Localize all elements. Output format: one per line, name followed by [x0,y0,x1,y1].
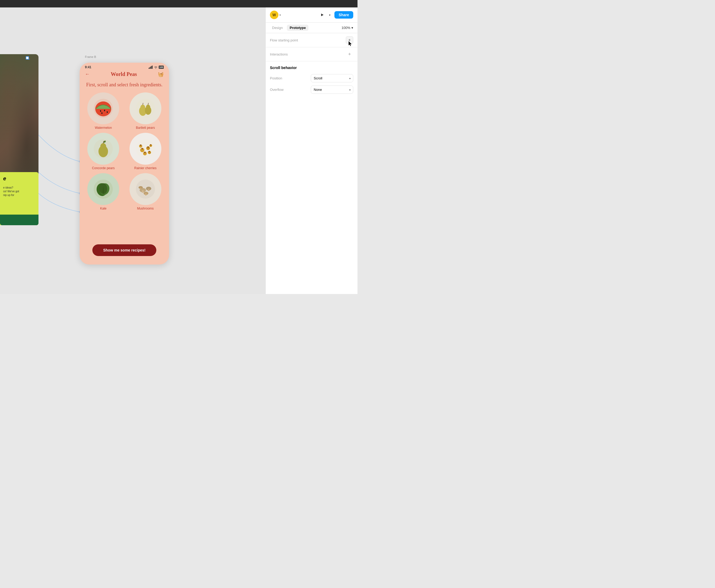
watermelon-svg [93,98,114,119]
svg-marker-49 [321,14,324,16]
wifi-icon [154,66,158,69]
interactions-label: Interactions [270,52,288,56]
list-item[interactable]: Mushrooms [126,173,165,210]
pear-svg [135,98,156,119]
tab-design[interactable]: Design [270,25,285,31]
overflow-dropdown-wrapper: None Horizontal Vertical Horizontal and … [311,85,353,94]
play-button[interactable] [318,10,326,19]
product-image-concorde [87,133,119,165]
kale-svg [93,178,114,200]
list-item[interactable]: Kale [84,173,123,210]
svg-rect-31 [149,151,150,152]
share-button[interactable]: Share [334,11,353,19]
list-item[interactable]: Rainier cherries [126,133,165,170]
mobile-frame: 9:41 100 [80,63,169,265]
product-name-mushrooms: Mushrooms [137,207,154,210]
product-image-kale [87,173,119,205]
list-item[interactable]: Watermelon [84,92,123,130]
menu-bar [0,0,358,7]
status-icons: 100 [149,66,164,69]
overflow-dropdown[interactable]: None Horizontal Vertical Horizontal and … [311,85,353,94]
product-name-watermelon: Watermelon [95,126,112,130]
status-time: 9:41 [85,65,91,69]
signal-icon [149,66,153,69]
zoom-chevron: ▾ [351,26,353,30]
overflow-row: Overflow None Horizontal Vertical Horizo… [270,85,353,94]
play-dropdown-button[interactable]: ▾ [327,10,332,19]
position-dropdown[interactable]: Fixed Scroll Sticky [311,74,353,82]
mushroom-svg [135,178,156,200]
concorde-svg [93,138,114,159]
product-name-concorde: Concorde pears [92,166,115,170]
mobile-tagline: First, scroll and select fresh ingredien… [80,79,169,90]
svg-rect-44 [148,189,149,191]
app-title: World Peas [111,71,137,77]
product-image-mushrooms [130,173,161,205]
zoom-value: 100% [342,26,350,30]
cta-button[interactable]: Show me some recipes! [92,244,156,256]
svg-point-16 [140,105,145,110]
cart-icon[interactable]: 🧺 [158,71,164,77]
overflow-label: Overflow [270,88,283,92]
panel-header: W ▾ ▾ Share [266,7,358,23]
yellow-card-sub: e ideas? ce! We've got nip up for [0,185,39,198]
play-controls: ▾ [318,10,332,19]
product-image-pears [130,92,161,124]
list-item[interactable]: Concorde pears [84,133,123,170]
header-right: ▾ Share [318,10,353,19]
product-image-cherries [130,133,161,165]
product-name-pears: Bartlett pears [136,126,155,130]
svg-rect-5 [151,66,152,69]
position-label: Position [270,76,282,80]
product-grid: Watermelon Bartlett pears [80,90,169,212]
svg-rect-27 [148,146,149,148]
product-name-cherries: Rainier cherries [134,166,157,170]
svg-point-23 [136,139,155,158]
yellow-card-italic: e [0,172,39,185]
position-dropdown-wrapper: Fixed Scroll Sticky ▾ [311,74,353,82]
svg-rect-6 [152,66,153,69]
user-avatar[interactable]: W [270,10,278,19]
svg-rect-29 [144,152,146,153]
svg-rect-4 [150,67,151,69]
tab-prototype[interactable]: Prototype [287,25,308,31]
battery-label: 100 [159,66,163,68]
flow-starting-point-section: Flow starting point + [266,33,358,47]
interactions-section: Interactions + [266,47,358,61]
cherry-svg [135,138,156,159]
product-name-kale: Kale [100,207,106,210]
svg-rect-33 [140,145,141,146]
bg-yellow-card: e e ideas? ce! We've got nip up for [0,172,39,225]
svg-point-18 [146,105,150,109]
add-interaction-button[interactable]: + [346,50,353,58]
svg-rect-3 [149,68,149,69]
svg-rect-35 [150,144,151,145]
right-panel: W ▾ ▾ Share Design Prototype 100% [265,7,358,294]
frame-label: Frame B [85,55,96,59]
play-icon [320,13,324,17]
svg-rect-25 [142,148,143,149]
user-avatar-wrapper[interactable]: W ▾ [270,10,281,19]
app-header: ← World Peas 🧺 [80,70,169,79]
back-arrow[interactable]: ← [85,71,90,77]
canvas-area: as e e ideas? ce! We've got nip up for <… [0,7,265,294]
product-image-watermelon [87,92,119,124]
scroll-behavior-section: Scroll behavior Position Fixed Scroll St… [266,61,358,101]
svg-rect-48 [140,188,142,189]
tab-row: Design Prototype 100% ▾ [266,23,358,33]
status-bar: 9:41 100 [80,63,169,70]
add-flow-button[interactable]: + [346,36,353,44]
svg-point-13 [101,112,103,114]
position-row: Position Fixed Scroll Sticky ▾ [270,74,353,82]
svg-point-21 [100,143,106,150]
svg-rect-46 [145,193,147,195]
tab-group: Design Prototype [270,25,308,31]
zoom-control[interactable]: 100% ▾ [342,26,353,30]
flow-starting-point-label: Flow starting point [270,38,298,42]
svg-rect-42 [142,190,144,193]
list-item[interactable]: Bartlett pears [126,92,165,130]
avatar-chevron: ▾ [280,14,281,17]
scroll-behavior-title: Scroll behavior [270,66,353,70]
selection-handle [26,56,29,60]
